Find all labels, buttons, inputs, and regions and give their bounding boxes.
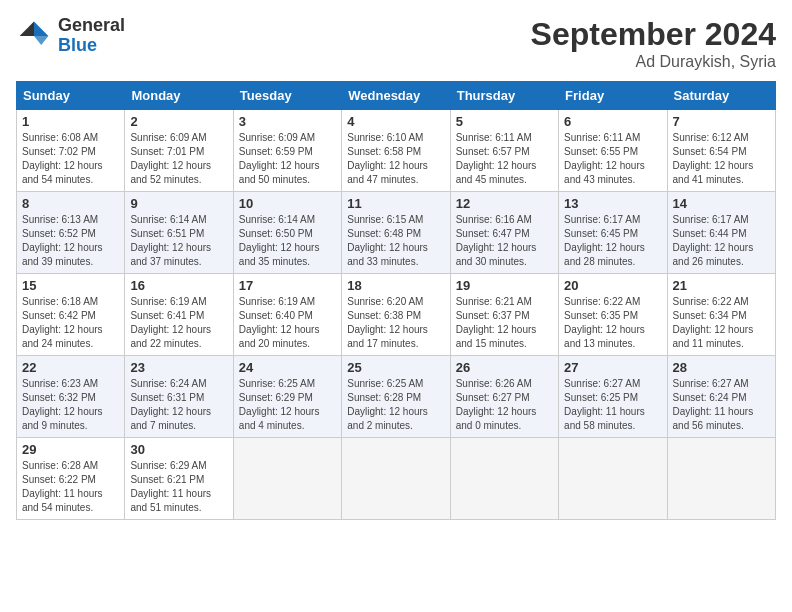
day-cell-14: 14 Sunrise: 6:17 AM Sunset: 6:44 PM Dayl… <box>667 192 775 274</box>
calendar-table: SundayMondayTuesdayWednesdayThursdayFrid… <box>16 81 776 520</box>
day-info: Sunrise: 6:19 AM Sunset: 6:40 PM Dayligh… <box>239 295 336 351</box>
day-info: Sunrise: 6:16 AM Sunset: 6:47 PM Dayligh… <box>456 213 553 269</box>
day-cell-13: 13 Sunrise: 6:17 AM Sunset: 6:45 PM Dayl… <box>559 192 667 274</box>
day-number: 2 <box>130 114 227 129</box>
day-info: Sunrise: 6:22 AM Sunset: 6:35 PM Dayligh… <box>564 295 661 351</box>
month-title: September 2024 <box>531 16 776 53</box>
day-info: Sunrise: 6:26 AM Sunset: 6:27 PM Dayligh… <box>456 377 553 433</box>
day-info: Sunrise: 6:25 AM Sunset: 6:29 PM Dayligh… <box>239 377 336 433</box>
day-info: Sunrise: 6:18 AM Sunset: 6:42 PM Dayligh… <box>22 295 119 351</box>
day-cell-17: 17 Sunrise: 6:19 AM Sunset: 6:40 PM Dayl… <box>233 274 341 356</box>
day-info: Sunrise: 6:24 AM Sunset: 6:31 PM Dayligh… <box>130 377 227 433</box>
day-cell-25: 25 Sunrise: 6:25 AM Sunset: 6:28 PM Dayl… <box>342 356 450 438</box>
day-header-monday: Monday <box>125 82 233 110</box>
day-number: 24 <box>239 360 336 375</box>
day-cell-21: 21 Sunrise: 6:22 AM Sunset: 6:34 PM Dayl… <box>667 274 775 356</box>
day-number: 10 <box>239 196 336 211</box>
day-info: Sunrise: 6:19 AM Sunset: 6:41 PM Dayligh… <box>130 295 227 351</box>
svg-marker-2 <box>20 21 34 35</box>
day-info: Sunrise: 6:17 AM Sunset: 6:44 PM Dayligh… <box>673 213 770 269</box>
day-info: Sunrise: 6:17 AM Sunset: 6:45 PM Dayligh… <box>564 213 661 269</box>
day-number: 6 <box>564 114 661 129</box>
day-cell-1: 1 Sunrise: 6:08 AM Sunset: 7:02 PM Dayli… <box>17 110 125 192</box>
empty-cell <box>233 438 341 520</box>
day-number: 5 <box>456 114 553 129</box>
day-cell-6: 6 Sunrise: 6:11 AM Sunset: 6:55 PM Dayli… <box>559 110 667 192</box>
day-number: 17 <box>239 278 336 293</box>
day-info: Sunrise: 6:11 AM Sunset: 6:57 PM Dayligh… <box>456 131 553 187</box>
svg-marker-1 <box>34 36 48 45</box>
day-cell-10: 10 Sunrise: 6:14 AM Sunset: 6:50 PM Dayl… <box>233 192 341 274</box>
day-number: 20 <box>564 278 661 293</box>
day-header-friday: Friday <box>559 82 667 110</box>
day-header-tuesday: Tuesday <box>233 82 341 110</box>
day-number: 11 <box>347 196 444 211</box>
day-number: 12 <box>456 196 553 211</box>
day-number: 27 <box>564 360 661 375</box>
calendar-week-2: 8 Sunrise: 6:13 AM Sunset: 6:52 PM Dayli… <box>17 192 776 274</box>
logo: General Blue <box>16 16 125 56</box>
day-number: 23 <box>130 360 227 375</box>
day-cell-11: 11 Sunrise: 6:15 AM Sunset: 6:48 PM Dayl… <box>342 192 450 274</box>
day-cell-30: 30 Sunrise: 6:29 AM Sunset: 6:21 PM Dayl… <box>125 438 233 520</box>
day-info: Sunrise: 6:25 AM Sunset: 6:28 PM Dayligh… <box>347 377 444 433</box>
empty-cell <box>450 438 558 520</box>
day-info: Sunrise: 6:10 AM Sunset: 6:58 PM Dayligh… <box>347 131 444 187</box>
day-number: 15 <box>22 278 119 293</box>
day-cell-16: 16 Sunrise: 6:19 AM Sunset: 6:41 PM Dayl… <box>125 274 233 356</box>
day-cell-2: 2 Sunrise: 6:09 AM Sunset: 7:01 PM Dayli… <box>125 110 233 192</box>
day-info: Sunrise: 6:27 AM Sunset: 6:24 PM Dayligh… <box>673 377 770 433</box>
day-info: Sunrise: 6:09 AM Sunset: 7:01 PM Dayligh… <box>130 131 227 187</box>
day-info: Sunrise: 6:08 AM Sunset: 7:02 PM Dayligh… <box>22 131 119 187</box>
day-header-sunday: Sunday <box>17 82 125 110</box>
day-cell-5: 5 Sunrise: 6:11 AM Sunset: 6:57 PM Dayli… <box>450 110 558 192</box>
day-info: Sunrise: 6:21 AM Sunset: 6:37 PM Dayligh… <box>456 295 553 351</box>
day-number: 1 <box>22 114 119 129</box>
day-number: 7 <box>673 114 770 129</box>
day-cell-19: 19 Sunrise: 6:21 AM Sunset: 6:37 PM Dayl… <box>450 274 558 356</box>
day-number: 30 <box>130 442 227 457</box>
day-cell-8: 8 Sunrise: 6:13 AM Sunset: 6:52 PM Dayli… <box>17 192 125 274</box>
day-cell-18: 18 Sunrise: 6:20 AM Sunset: 6:38 PM Dayl… <box>342 274 450 356</box>
day-number: 4 <box>347 114 444 129</box>
day-cell-4: 4 Sunrise: 6:10 AM Sunset: 6:58 PM Dayli… <box>342 110 450 192</box>
empty-cell <box>559 438 667 520</box>
day-cell-29: 29 Sunrise: 6:28 AM Sunset: 6:22 PM Dayl… <box>17 438 125 520</box>
day-number: 18 <box>347 278 444 293</box>
day-cell-9: 9 Sunrise: 6:14 AM Sunset: 6:51 PM Dayli… <box>125 192 233 274</box>
page-header: General Blue September 2024 Ad Duraykish… <box>16 16 776 71</box>
day-number: 28 <box>673 360 770 375</box>
logo-text: General Blue <box>58 16 125 56</box>
day-number: 25 <box>347 360 444 375</box>
day-info: Sunrise: 6:14 AM Sunset: 6:50 PM Dayligh… <box>239 213 336 269</box>
day-number: 9 <box>130 196 227 211</box>
day-info: Sunrise: 6:09 AM Sunset: 6:59 PM Dayligh… <box>239 131 336 187</box>
day-info: Sunrise: 6:11 AM Sunset: 6:55 PM Dayligh… <box>564 131 661 187</box>
day-info: Sunrise: 6:13 AM Sunset: 6:52 PM Dayligh… <box>22 213 119 269</box>
day-number: 29 <box>22 442 119 457</box>
calendar-header-row: SundayMondayTuesdayWednesdayThursdayFrid… <box>17 82 776 110</box>
day-cell-12: 12 Sunrise: 6:16 AM Sunset: 6:47 PM Dayl… <box>450 192 558 274</box>
day-cell-23: 23 Sunrise: 6:24 AM Sunset: 6:31 PM Dayl… <box>125 356 233 438</box>
day-cell-22: 22 Sunrise: 6:23 AM Sunset: 6:32 PM Dayl… <box>17 356 125 438</box>
day-cell-20: 20 Sunrise: 6:22 AM Sunset: 6:35 PM Dayl… <box>559 274 667 356</box>
day-info: Sunrise: 6:15 AM Sunset: 6:48 PM Dayligh… <box>347 213 444 269</box>
day-number: 21 <box>673 278 770 293</box>
day-cell-28: 28 Sunrise: 6:27 AM Sunset: 6:24 PM Dayl… <box>667 356 775 438</box>
day-cell-15: 15 Sunrise: 6:18 AM Sunset: 6:42 PM Dayl… <box>17 274 125 356</box>
day-info: Sunrise: 6:28 AM Sunset: 6:22 PM Dayligh… <box>22 459 119 515</box>
day-number: 14 <box>673 196 770 211</box>
empty-cell <box>667 438 775 520</box>
day-number: 19 <box>456 278 553 293</box>
day-number: 26 <box>456 360 553 375</box>
day-number: 22 <box>22 360 119 375</box>
day-cell-27: 27 Sunrise: 6:27 AM Sunset: 6:25 PM Dayl… <box>559 356 667 438</box>
logo-blue: Blue <box>58 36 125 56</box>
day-number: 16 <box>130 278 227 293</box>
empty-cell <box>342 438 450 520</box>
day-info: Sunrise: 6:23 AM Sunset: 6:32 PM Dayligh… <box>22 377 119 433</box>
day-info: Sunrise: 6:12 AM Sunset: 6:54 PM Dayligh… <box>673 131 770 187</box>
location: Ad Duraykish, Syria <box>531 53 776 71</box>
day-number: 13 <box>564 196 661 211</box>
calendar-week-5: 29 Sunrise: 6:28 AM Sunset: 6:22 PM Dayl… <box>17 438 776 520</box>
